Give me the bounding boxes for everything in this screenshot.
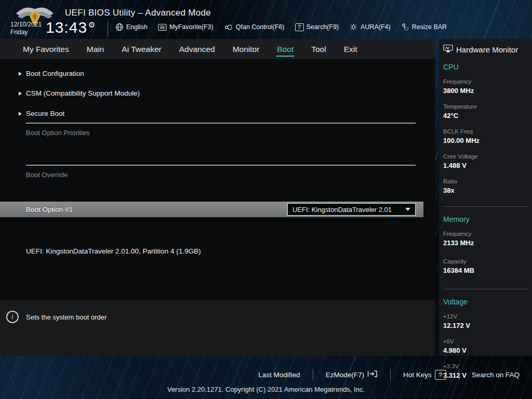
memory-capacity: Capacity 16384 MB: [443, 258, 487, 277]
boot-configuration-label: Boot Configuration: [26, 70, 84, 77]
search-on-faq-button[interactable]: Search on FAQ: [459, 371, 527, 379]
hot-keys-label: Hot Keys: [403, 371, 432, 379]
voltage-12v-value: 12.172 V: [443, 322, 487, 329]
resize-bar-button[interactable]: Resize BAR: [401, 23, 447, 31]
cpu-frequency: Frequency 3800 MHz: [443, 78, 487, 95]
tab-monitor[interactable]: Monitor: [232, 42, 260, 57]
cpu-core-voltage-label: Core Voltage: [443, 153, 487, 159]
memory-frequency-value: 2133 MHz: [443, 239, 487, 247]
hardware-monitor-panel: Hardware Monitor CPU Frequency 3800 MHz …: [439, 39, 532, 356]
system-date[interactable]: 12/10/2021 Friday: [10, 21, 42, 36]
search-label: Search(F9): [307, 23, 339, 31]
hot-keys-button[interactable]: Hot Keys ?: [391, 370, 459, 380]
aura-sun-icon: [349, 23, 358, 31]
ezmode-exit-icon: [367, 370, 378, 379]
language-label: English: [126, 23, 148, 31]
cpu-bclk-value: 100.00 MHz: [443, 137, 487, 144]
memory-frequency-label: Frequency: [443, 231, 487, 237]
ezmode-label: EzMode(F7): [326, 371, 364, 379]
cpu-ratio: Ratio 38x: [443, 178, 487, 194]
aura-label: AURA(F4): [361, 23, 391, 31]
boot-priorities-section-title: Boot Option Priorities: [26, 129, 90, 137]
memory-readings: Frequency 2133 MHz Capacity 16384 MB: [443, 231, 528, 286]
tab-exit[interactable]: Exit: [343, 42, 358, 57]
chevron-down-icon: [405, 208, 410, 211]
boot-configuration-item[interactable]: Boot Configuration: [19, 70, 84, 77]
memory-capacity-value: 16384 MB: [443, 267, 487, 274]
monitor-icon: [443, 44, 453, 55]
boot-option-1-dropdown[interactable]: UEFI: KingstonDataTraveler 2.01: [287, 203, 416, 216]
boot-settings-panel: Boot Configuration CSM (Compatibility Su…: [0, 60, 435, 300]
menu-tab-bar: My Favorites Main Ai Tweaker Advanced Mo…: [0, 39, 435, 60]
date-value: 12/10/2021: [10, 21, 42, 29]
section-divider: [26, 123, 416, 124]
boot-option-1-row[interactable]: Boot Option #1 UEFI: KingstonDataTravele…: [0, 202, 423, 217]
cpu-section-title: CPU: [443, 63, 528, 71]
submenu-arrow-icon: [19, 91, 22, 96]
time-settings-gear-icon[interactable]: ⚙: [88, 20, 96, 29]
cpu-core-voltage-value: 1.488 V: [443, 162, 487, 169]
tab-tool[interactable]: Tool: [311, 42, 326, 57]
memory-section-title: Memory: [443, 215, 528, 223]
globe-icon: [115, 23, 124, 31]
cpu-temperature: Temperature 42°C: [443, 103, 487, 119]
search-on-faq-label: Search on FAQ: [472, 371, 520, 379]
memory-frequency: Frequency 2133 MHz: [443, 231, 487, 249]
last-modified-button[interactable]: Last Modified: [246, 371, 312, 379]
favorite-list-icon: [158, 23, 167, 31]
cpu-readings: Frequency 3800 MHz Temperature 42°C BCLK…: [443, 78, 528, 203]
tab-boot[interactable]: Boot: [276, 42, 294, 57]
tab-my-favorites[interactable]: My Favorites: [22, 42, 70, 57]
aura-button[interactable]: AURA(F4): [349, 23, 391, 31]
submenu-arrow-icon: [19, 112, 22, 116]
boot-option-1-label: Boot Option #1: [26, 206, 73, 214]
resize-bar-label: Resize BAR: [412, 23, 447, 31]
cpu-bclk-label: BCLK Freq: [443, 128, 487, 135]
qfan-label: Qfan Control(F6): [236, 23, 285, 31]
hardware-monitor-header: Hardware Monitor: [443, 44, 528, 55]
cpu-ratio-value: 38x: [443, 187, 487, 194]
cpu-core-voltage: Core Voltage 1.488 V: [443, 153, 487, 169]
ezmode-button[interactable]: EzMode(F7): [313, 370, 390, 379]
voltage-12v-label: +12V: [443, 313, 487, 320]
csm-item[interactable]: CSM (Compatibility Support Module): [19, 89, 140, 97]
header-toolbar: English MyFavorite(F3): [115, 23, 447, 31]
hardware-monitor-title: Hardware Monitor: [456, 45, 518, 54]
cpu-frequency-label: Frequency: [443, 78, 487, 85]
voltage-5v-label: +5V: [443, 338, 487, 344]
hot-keys-question-icon: ?: [435, 370, 446, 380]
system-time[interactable]: 13:43⚙: [46, 19, 96, 36]
bios-screen: UEFI BIOS Utility – Advanced Mode 12/10/…: [0, 0, 532, 399]
tab-advanced[interactable]: Advanced: [179, 42, 216, 57]
voltage-5v: +5V 4.980 V: [443, 338, 487, 354]
cpu-ratio-label: Ratio: [443, 178, 487, 184]
footer-menu: Last Modified EzMode(F7) Hot Keys ? Sear…: [246, 369, 527, 380]
fan-icon: [224, 23, 233, 31]
day-value: Friday: [10, 29, 42, 36]
resize-bar-key-icon: [401, 23, 409, 31]
sidebar-divider: [443, 206, 528, 207]
tab-ai-tweaker[interactable]: Ai Tweaker: [121, 42, 162, 57]
my-favorite-button[interactable]: MyFavorite(F3): [158, 23, 214, 31]
secure-boot-item[interactable]: Secure Boot: [19, 110, 64, 117]
help-text: Sets the system boot order: [26, 313, 107, 321]
search-question-icon: ?: [295, 23, 304, 31]
tab-main[interactable]: Main: [86, 42, 105, 57]
help-bar: i Sets the system boot order: [0, 300, 435, 356]
csm-label: CSM (Compatibility Support Module): [26, 89, 140, 97]
voltage-12v: +12V 12.172 V: [443, 313, 487, 329]
bios-version-text: Version 2.20.1271. Copyright (C) 2021 Am…: [0, 385, 532, 393]
boot-override-section-title: Boot Override: [26, 171, 68, 179]
cpu-temperature-value: 42°C: [443, 112, 487, 119]
cpu-temperature-label: Temperature: [443, 103, 487, 110]
sidebar-divider: [443, 289, 528, 289]
language-button[interactable]: English: [115, 23, 148, 31]
boot-override-entry[interactable]: UEFI: KingstonDataTraveler 2.01.00, Part…: [26, 247, 201, 255]
qfan-control-button[interactable]: Qfan Control(F6): [224, 23, 285, 31]
memory-capacity-label: Capacity: [443, 258, 487, 264]
search-button[interactable]: ? Search(F9): [295, 23, 339, 31]
section-divider: [26, 165, 416, 166]
time-value: 13:43: [46, 19, 87, 36]
info-icon: i: [6, 311, 19, 323]
last-modified-label: Last Modified: [258, 371, 300, 379]
